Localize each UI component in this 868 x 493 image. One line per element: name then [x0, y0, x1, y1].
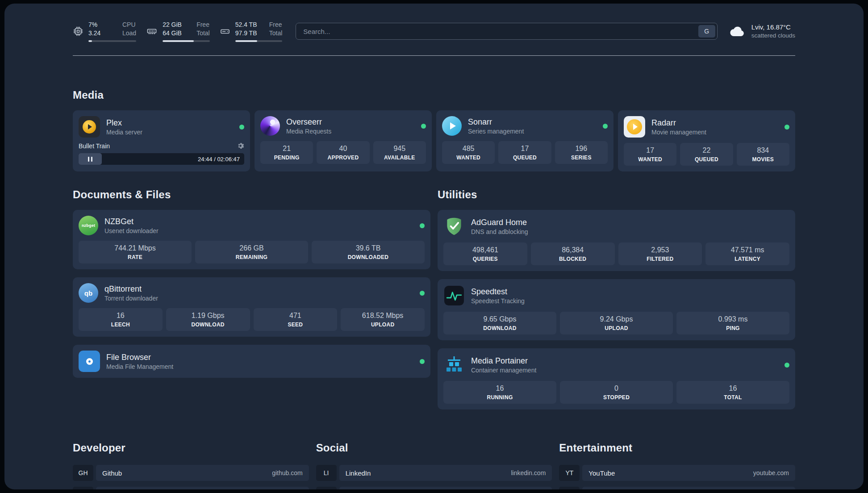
service-card-portainer[interactable]: Media Portainer Container management 16R… — [438, 348, 795, 409]
stat-value: 498,461 — [445, 246, 526, 255]
bookmark-github[interactable]: GHGithubgithub.com — [73, 465, 309, 481]
nzbget-icon: nzbget — [79, 216, 98, 235]
service-stats: 485WANTED17QUEUED196SERIES — [442, 141, 608, 164]
stat-label: LEECH — [80, 322, 161, 328]
bookmark-tile[interactable]: LinkedInlinkedin.com — [339, 465, 552, 481]
stat-value: 17 — [500, 144, 549, 153]
bookmark-tile[interactable]: StackOverflowstackoverflow.com — [96, 487, 309, 489]
ram-total-label: Total — [196, 29, 210, 38]
bookmark-twitter[interactable]: TWTwittertwitter.com — [316, 487, 552, 489]
stat-pending: 21PENDING — [260, 141, 313, 164]
service-name: AdGuard Home — [471, 217, 528, 227]
stat-wanted: 17WANTED — [624, 143, 676, 166]
section-title-social: Social — [316, 442, 552, 454]
bookmark-stackoverflow[interactable]: SOStackOverflowstackoverflow.com — [73, 487, 309, 489]
status-dot — [421, 124, 426, 129]
stat-value: 39.6 TB — [313, 244, 423, 253]
service-card-qbittorrent[interactable]: qb qBittorrent Torrent downloader 16LEEC… — [73, 277, 430, 337]
service-desc: Speedtest Tracking — [471, 297, 525, 305]
service-name: Radarr — [651, 118, 706, 128]
stat-value: 196 — [557, 144, 606, 153]
sonarr-icon — [442, 116, 462, 136]
bookmark-linkedin[interactable]: LILinkedInlinkedin.com — [316, 465, 552, 481]
service-card-nzbget[interactable]: nzbget NZBGet Usenet downloader 744.21 M… — [73, 210, 430, 269]
service-desc: Torrent downloader — [104, 295, 158, 302]
stat-value: 40 — [318, 144, 367, 153]
stat-value: 16 — [80, 311, 161, 320]
service-card-adguard[interactable]: AdGuard Home DNS and adblocking 498,461Q… — [438, 210, 795, 271]
service-card-radarr[interactable]: Radarr Movie management 17WANTED22QUEUED… — [618, 110, 795, 171]
stat-value: 22 — [682, 146, 731, 155]
service-card-speedtest[interactable]: Speedtest Speedtest Tracking 9.65 GbpsDO… — [438, 279, 795, 340]
playback-progress-bar[interactable]: 24:44 / 02:06:47 — [79, 153, 244, 165]
qbittorrent-icon: qb — [79, 283, 98, 303]
stat-value: 0 — [562, 384, 671, 393]
stat-value: 9.65 Gbps — [445, 315, 555, 324]
disk-total: 97.9 TB — [235, 29, 261, 38]
bookmark-group-social: SocialLILinkedInlinkedin.comTWTwittertwi… — [316, 442, 552, 489]
stat-label: APPROVED — [318, 155, 367, 161]
stat-value: 2,953 — [620, 246, 701, 255]
search-engine-button[interactable]: G — [698, 25, 715, 38]
bookmark-url: youtube.com — [753, 469, 789, 476]
bookmark-tile[interactable]: Netflixnetflix.com — [582, 487, 795, 489]
stat-label: QUERIES — [445, 256, 526, 262]
bookmark-name: Github — [102, 469, 122, 477]
status-dot — [420, 359, 425, 364]
stat-value: 17 — [626, 146, 675, 155]
status-dot — [785, 363, 789, 368]
radarr-icon — [624, 116, 645, 138]
stat-stopped: 0STOPPED — [560, 381, 673, 404]
bookmark-netflix[interactable]: NFNetflixnetflix.com — [559, 487, 795, 489]
stat-label: BLOCKED — [533, 256, 613, 262]
stat-value: 16 — [678, 384, 788, 393]
stat-value: 21 — [262, 144, 311, 153]
stat-label: WANTED — [444, 155, 493, 161]
filebrowser-icon — [79, 351, 100, 372]
bookmark-name: YouTube — [588, 469, 615, 477]
section-title-entertainment: Entertainment — [559, 442, 795, 454]
stat-label: TOTAL — [678, 394, 788, 401]
stat-queued: 17QUEUED — [498, 141, 551, 164]
cloud-icon — [729, 25, 746, 38]
section-title-docs: Documents & Files — [73, 188, 430, 201]
bookmark-tile[interactable]: Twittertwitter.com — [339, 487, 552, 489]
bookmark-tile[interactable]: YouTubeyoutube.com — [582, 465, 795, 481]
disk-free: 52.4 TB — [235, 21, 261, 29]
bookmark-tile[interactable]: Githubgithub.com — [96, 465, 309, 481]
pause-icon[interactable] — [79, 153, 102, 165]
now-playing-widget: Bullet Train 24:44 / 02:06:47 — [79, 142, 244, 165]
stat-upload: 618.52 MbpsUPLOAD — [341, 308, 425, 331]
plex-icon — [79, 116, 100, 138]
section-title-developer: Developer — [73, 442, 309, 454]
stat-remaining: 266 GBREMAINING — [195, 241, 308, 263]
stat-label: MOVIES — [739, 156, 788, 163]
service-name: Speedtest — [471, 287, 525, 297]
search-input[interactable] — [296, 23, 717, 40]
status-dot — [785, 125, 789, 130]
cpu-icon — [73, 26, 83, 37]
service-card-plex[interactable]: Plex Media server Bullet Train — [73, 110, 250, 171]
stat-blocked: 86,384BLOCKED — [531, 242, 615, 265]
service-desc: Series management — [468, 128, 524, 135]
ram-total: 64 GiB — [163, 29, 188, 38]
stat-label: AVAILABLE — [375, 155, 424, 161]
gear-icon[interactable] — [237, 142, 244, 150]
overseerr-icon — [260, 116, 280, 136]
stat-value: 1.19 Gbps — [168, 311, 248, 320]
service-card-overseerr[interactable]: Overseerr Media Requests 21PENDING40APPR… — [255, 110, 432, 171]
bookmark-name: LinkedIn — [346, 469, 371, 477]
service-card-filebrowser[interactable]: File Browser Media File Management — [73, 345, 430, 378]
bookmark-youtube[interactable]: YTYouTubeyoutube.com — [559, 465, 795, 481]
stat-label: PING — [678, 325, 788, 331]
stat-label: RUNNING — [445, 394, 555, 401]
stat-label: SEED — [255, 322, 336, 328]
speedtest-icon — [443, 285, 465, 306]
service-card-sonarr[interactable]: Sonarr Series management 485WANTED17QUEU… — [436, 110, 613, 171]
weather-location: Lviv, 16.87°C — [751, 23, 795, 32]
ram-widget: 22 GiB 64 GiB Free Total — [146, 21, 210, 42]
stat-label: LATENCY — [707, 256, 788, 262]
cpu-load: 3.24 — [88, 29, 114, 38]
stat-label: DOWNLOAD — [168, 322, 248, 328]
disk-icon — [220, 26, 230, 37]
